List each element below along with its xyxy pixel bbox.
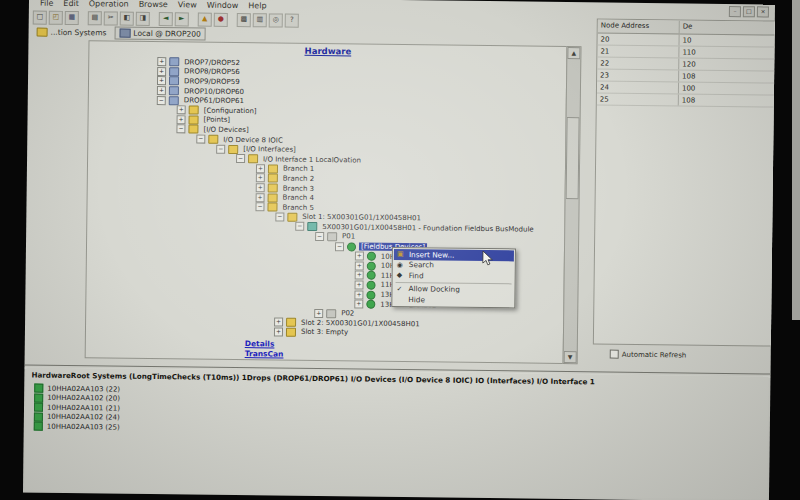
help-icon[interactable]: ?	[285, 13, 299, 27]
tree-expander-icon[interactable]: −	[255, 202, 264, 211]
scroll-down-icon[interactable]: ▼	[564, 351, 577, 363]
menu-help[interactable]: Help	[243, 1, 271, 10]
tree-expander-icon[interactable]: +	[274, 327, 283, 336]
table-row[interactable]: 25108	[597, 93, 775, 107]
module-icon	[307, 222, 317, 231]
tree-expander-icon[interactable]: −	[275, 212, 284, 221]
tree-expander-icon[interactable]: +	[355, 261, 364, 270]
tree-item-label[interactable]: P02	[339, 310, 356, 318]
device-icon	[34, 384, 43, 393]
tree-item-label[interactable]: [I/O Interfaces]	[241, 145, 298, 154]
tree-expander-icon[interactable]: +	[157, 57, 166, 66]
scrollbar-thumb[interactable]	[566, 117, 580, 199]
copy-icon[interactable]: ◧	[120, 11, 134, 25]
tree-expander-icon[interactable]: +	[157, 86, 166, 95]
menu-view[interactable]: View	[173, 0, 202, 9]
tree-expander-icon[interactable]: +	[157, 67, 166, 76]
column-device[interactable]: De	[680, 20, 775, 34]
stop-icon[interactable]: ●	[214, 12, 228, 26]
context-menu-item-label: Hide	[408, 295, 425, 304]
context-menu-item-find[interactable]: ◆Find	[394, 270, 514, 282]
tree-view-icon[interactable]: ▩	[237, 13, 251, 27]
tree-expander-icon[interactable]: +	[354, 280, 363, 289]
tree-item-label[interactable]: I/O Device 8 IOIC	[221, 135, 285, 144]
tree-item-label[interactable]: Slot 1: 5X00301G01/1X00458H01	[300, 213, 423, 222]
tree-item-label[interactable]: DROP8/DROP56	[182, 68, 242, 77]
tree-expander-icon[interactable]: +	[256, 174, 265, 183]
node-table-body: 20102111022120231082410025108	[597, 33, 775, 107]
photo-edge-glare	[792, 0, 800, 320]
tab-systems[interactable]: ...tion Systems	[37, 28, 107, 38]
minimize-icon[interactable]: –	[729, 6, 741, 17]
alarm-icon[interactable]: ▲	[198, 12, 212, 26]
tree-expander-icon[interactable]: −	[176, 125, 185, 134]
tree-expander-icon[interactable]: +	[354, 290, 363, 299]
cut-icon[interactable]: ✂	[104, 11, 118, 25]
tree-expander-icon[interactable]: +	[177, 106, 186, 115]
tree-expander-icon[interactable]: −	[216, 144, 225, 153]
tree-expander-icon[interactable]: +	[354, 300, 363, 309]
tree-item-label[interactable]: Branch 5	[280, 203, 315, 211]
tree-expander-icon[interactable]: +	[256, 183, 265, 192]
tree-item-label[interactable]: Branch 1	[281, 165, 316, 173]
scroll-up-icon[interactable]: ▲	[567, 47, 580, 59]
tree-item-label[interactable]: [I/O Devices]	[201, 126, 250, 135]
device-icon	[366, 281, 375, 290]
tree-item-label[interactable]: DROP61/DROP61	[182, 97, 246, 106]
menu-operation[interactable]: Operation	[84, 0, 134, 8]
tree-item-label[interactable]: P01	[340, 233, 357, 241]
tree-item-label[interactable]: Branch 2	[281, 174, 316, 182]
details-link[interactable]: Details	[245, 339, 275, 348]
tree-expander-icon[interactable]: −	[196, 135, 205, 144]
open-folder-icon[interactable]: ◰	[49, 10, 63, 24]
tree-item-label[interactable]: Slot 2: 5X00301G01/1X00458H01	[299, 319, 422, 328]
print-icon[interactable]: ▤	[88, 11, 102, 25]
tree-scrollbar[interactable]: ▲ ▼	[563, 46, 582, 364]
tree-expander-icon[interactable]: +	[157, 77, 166, 86]
tree-item-label[interactable]: Branch 4	[281, 194, 316, 202]
menu-file[interactable]: File	[35, 0, 58, 7]
paste-icon[interactable]: ◨	[136, 11, 150, 25]
close-icon[interactable]: ×	[757, 6, 769, 17]
tree-expander-icon[interactable]: +	[274, 318, 283, 327]
menu-edit[interactable]: Edit	[58, 0, 84, 8]
tree-expander-icon[interactable]: +	[256, 164, 265, 173]
tree-expander-icon[interactable]: +	[355, 252, 364, 261]
maximize-icon[interactable]: □	[743, 6, 755, 17]
tree-item-label[interactable]: [Configuration]	[202, 106, 259, 115]
tree-item-label[interactable]: Branch 3	[281, 184, 316, 192]
toolbar-separator	[191, 13, 196, 25]
tree-item-label[interactable]: I/O Interface 1 LocalOvation	[261, 155, 363, 164]
undo-icon[interactable]: ◄	[159, 12, 173, 26]
automatic-refresh-checkbox[interactable]	[610, 350, 619, 359]
tree-item-label[interactable]: DROP7/DROP52	[182, 58, 242, 67]
find-icon[interactable]: ◎	[269, 13, 283, 27]
column-node-address[interactable]: Node Address	[598, 19, 680, 33]
device-icon	[367, 252, 376, 261]
device-icon	[34, 393, 43, 402]
tree-expander-icon[interactable]: +	[256, 193, 265, 202]
redo-icon[interactable]: ►	[175, 12, 189, 26]
device-icon	[367, 261, 376, 270]
transcan-link[interactable]: TransCan	[245, 349, 284, 358]
tree-expander-icon[interactable]: −	[295, 222, 304, 231]
tree-item-label[interactable]: Slot 3: Empty	[299, 328, 350, 337]
tree-item-label[interactable]: DROP10/DROP60	[182, 87, 246, 96]
save-icon[interactable]: ▦	[65, 10, 79, 24]
tab-local-drop200[interactable]: Local @ DROP200	[114, 27, 206, 41]
tree-expander-icon[interactable]: −	[335, 242, 344, 251]
tree-item-label[interactable]: DROP9/DROP59	[182, 77, 242, 86]
tree-expander-icon[interactable]: +	[177, 115, 186, 124]
list-item[interactable]: 10HHA02AA103 (25)	[34, 422, 120, 433]
tree-expander-icon[interactable]: −	[236, 154, 245, 163]
grid-view-icon[interactable]: ▥	[253, 13, 267, 27]
tree-expander-icon[interactable]: −	[157, 96, 166, 105]
tree-item-label[interactable]: [Points]	[202, 116, 233, 124]
menu-browse[interactable]: Browse	[134, 0, 173, 9]
context-menu-item-hide[interactable]: Hide	[393, 294, 513, 306]
menu-window[interactable]: Window	[202, 0, 244, 10]
tree-expander-icon[interactable]: +	[314, 309, 323, 318]
tree-expander-icon[interactable]: −	[315, 232, 324, 241]
tree-expander-icon[interactable]: +	[355, 271, 364, 280]
new-file-icon[interactable]: □	[33, 10, 47, 24]
